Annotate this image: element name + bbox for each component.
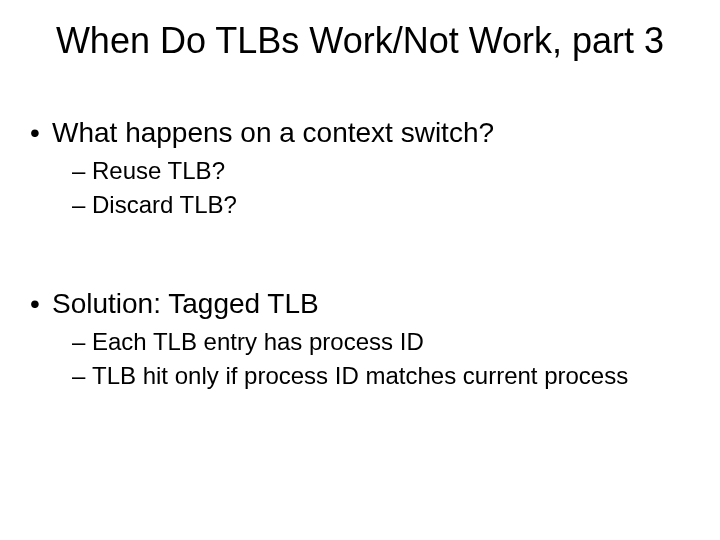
bullet-level2: TLB hit only if process ID matches curre… xyxy=(30,361,690,391)
bullet-level1: What happens on a context switch? xyxy=(30,115,690,150)
spacer xyxy=(30,224,690,286)
bullet-level2: Reuse TLB? xyxy=(30,156,690,186)
slide: When Do TLBs Work/Not Work, part 3 What … xyxy=(0,0,720,540)
slide-title: When Do TLBs Work/Not Work, part 3 xyxy=(0,20,720,62)
slide-body: What happens on a context switch? Reuse … xyxy=(30,115,690,395)
bullet-level2: Discard TLB? xyxy=(30,190,690,220)
bullet-level2: Each TLB entry has process ID xyxy=(30,327,690,357)
bullet-level1: Solution: Tagged TLB xyxy=(30,286,690,321)
